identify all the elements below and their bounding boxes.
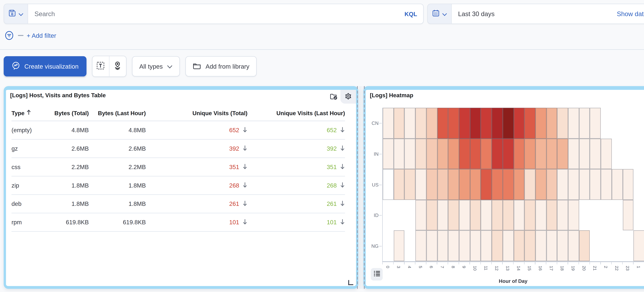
heatmap-cell[interactable]: [437, 138, 448, 169]
heatmap-cell[interactable]: [470, 138, 481, 169]
legend-toggle-button[interactable]: [371, 268, 383, 280]
kql-badge[interactable]: KQL: [398, 10, 423, 17]
filter-menu-button[interactable]: [4, 30, 15, 41]
heatmap-cell[interactable]: [524, 138, 536, 169]
heatmap-cell[interactable]: [426, 230, 437, 261]
save-to-library-button[interactable]: [327, 90, 340, 104]
panel-resize-handle[interactable]: [348, 280, 353, 285]
heatmap-cell[interactable]: [557, 169, 568, 200]
add-from-library-button[interactable]: Add from library: [185, 56, 257, 76]
heatmap-panel[interactable]: [Logs] Heatmap: [363, 86, 644, 289]
heatmap-cell[interactable]: [536, 169, 546, 200]
heatmap-cell[interactable]: [404, 138, 416, 169]
add-map-button[interactable]: [109, 56, 126, 76]
heatmap-cell[interactable]: [514, 138, 524, 169]
heatmap-cell[interactable]: [546, 200, 557, 230]
heatmap-cell[interactable]: [416, 138, 426, 169]
heatmap-cell[interactable]: [470, 230, 481, 261]
heatmap-cell[interactable]: [394, 230, 404, 261]
heatmap-cell[interactable]: [481, 230, 492, 261]
panel-settings-button[interactable]: [340, 90, 356, 104]
heatmap-cell[interactable]: [481, 138, 492, 169]
column-header-visits-total[interactable]: Unique Visits (Total): [192, 110, 248, 116]
heatmap-cell[interactable]: [546, 230, 557, 261]
heatmap-cell[interactable]: [503, 108, 514, 138]
heatmap-cell[interactable]: [470, 169, 481, 200]
column-header-bytes-last-hour[interactable]: Bytes (Last Hour): [98, 110, 146, 116]
heatmap-cell[interactable]: [579, 169, 590, 200]
heatmap-cell[interactable]: [383, 169, 394, 200]
heatmap-cell[interactable]: [470, 108, 481, 138]
heatmap-cell[interactable]: [459, 138, 470, 169]
heatmap-cell[interactable]: [590, 169, 601, 200]
heatmap-cell[interactable]: [622, 200, 634, 230]
heatmap-cell[interactable]: [492, 230, 503, 261]
heatmap-cell[interactable]: [524, 169, 536, 200]
heatmap-cell[interactable]: [546, 169, 557, 200]
heatmap-cell[interactable]: [503, 200, 514, 230]
heatmap-cell[interactable]: [536, 230, 546, 261]
heatmap-cell[interactable]: [383, 138, 394, 169]
heatmap-cell[interactable]: [579, 108, 590, 138]
heatmap-cell[interactable]: [426, 138, 437, 169]
heatmap-cell[interactable]: [568, 138, 579, 169]
heatmap-cell[interactable]: [404, 108, 416, 138]
create-visualization-button[interactable]: Create visualization: [4, 56, 86, 76]
heatmap-cell[interactable]: [579, 230, 590, 261]
heatmap-cell[interactable]: [590, 138, 601, 169]
heatmap-cell[interactable]: [383, 108, 394, 138]
saved-query-menu-button[interactable]: [4, 4, 28, 24]
heatmap-cell[interactable]: [416, 230, 426, 261]
heatmap-cell[interactable]: [568, 169, 579, 200]
heatmap-cell[interactable]: [503, 169, 514, 200]
heatmap-cell[interactable]: [557, 108, 568, 138]
heatmap-cell[interactable]: [492, 138, 503, 169]
heatmap-cell[interactable]: [437, 169, 448, 200]
heatmap-cell[interactable]: [524, 230, 536, 261]
heatmap-cell[interactable]: [536, 138, 546, 169]
add-text-button[interactable]: [92, 56, 109, 76]
search-input[interactable]: [28, 4, 398, 24]
heatmap-cell[interactable]: [459, 169, 470, 200]
heatmap-cell[interactable]: [622, 169, 634, 200]
heatmap-cell[interactable]: [426, 108, 437, 138]
heatmap-cell[interactable]: [524, 200, 536, 230]
heatmap-cell[interactable]: [514, 169, 524, 200]
heatmap-cell[interactable]: [416, 108, 426, 138]
column-header-bytes-total[interactable]: Bytes (Total): [54, 110, 89, 116]
heatmap-cell[interactable]: [536, 200, 546, 230]
date-quick-menu-button[interactable]: [428, 4, 452, 24]
heatmap-cell[interactable]: [459, 230, 470, 261]
heatmap-cell[interactable]: [394, 138, 404, 169]
heatmap-cell[interactable]: [492, 169, 503, 200]
table-panel[interactable]: [Logs] Host, Visits and Bytes Table: [4, 86, 358, 289]
heatmap-cell[interactable]: [557, 138, 568, 169]
heatmap-cell[interactable]: [426, 200, 437, 230]
show-dates-button[interactable]: Show dates: [611, 10, 644, 18]
heatmap-cell[interactable]: [448, 138, 459, 169]
heatmap-cell[interactable]: [459, 108, 470, 138]
heatmap-cell[interactable]: [459, 200, 470, 230]
heatmap-cell[interactable]: [568, 230, 579, 261]
heatmap-cell[interactable]: [481, 200, 492, 230]
heatmap-cell[interactable]: [590, 108, 601, 138]
heatmap-cell[interactable]: [448, 108, 459, 138]
heatmap-cell[interactable]: [546, 138, 557, 169]
column-header-visits-last-hour[interactable]: Unique Visits (Last Hour): [276, 110, 345, 116]
heatmap-cell[interactable]: [579, 138, 590, 169]
heatmap-cell[interactable]: [492, 200, 503, 230]
heatmap-cell[interactable]: [394, 169, 404, 200]
heatmap-cell[interactable]: [448, 230, 459, 261]
heatmap-cell[interactable]: [612, 169, 623, 200]
heatmap-cell[interactable]: [416, 169, 426, 200]
heatmap-cell[interactable]: [568, 200, 579, 230]
heatmap-cell[interactable]: [481, 108, 492, 138]
heatmap-cell[interactable]: [492, 108, 503, 138]
heatmap-cell[interactable]: [503, 138, 514, 169]
heatmap-cell[interactable]: [437, 108, 448, 138]
heatmap-cell[interactable]: [448, 169, 459, 200]
heatmap-cell[interactable]: [601, 169, 612, 200]
all-types-dropdown[interactable]: All types: [132, 56, 180, 76]
heatmap-cell[interactable]: [426, 169, 437, 200]
heatmap-cell[interactable]: [503, 230, 514, 261]
